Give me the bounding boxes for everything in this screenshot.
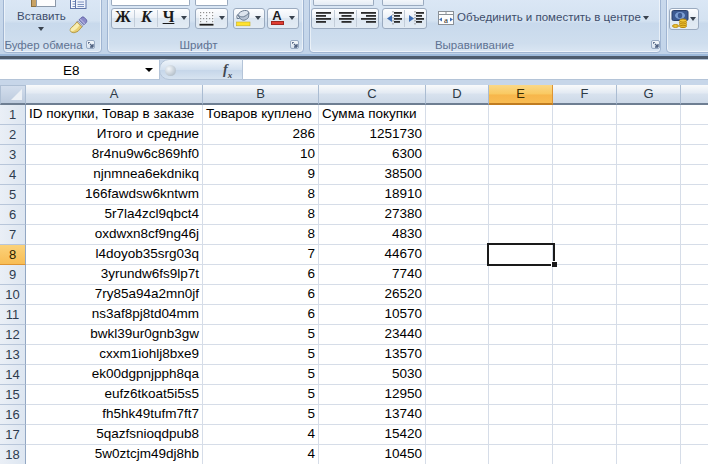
svg-text:a: a <box>444 15 448 25</box>
